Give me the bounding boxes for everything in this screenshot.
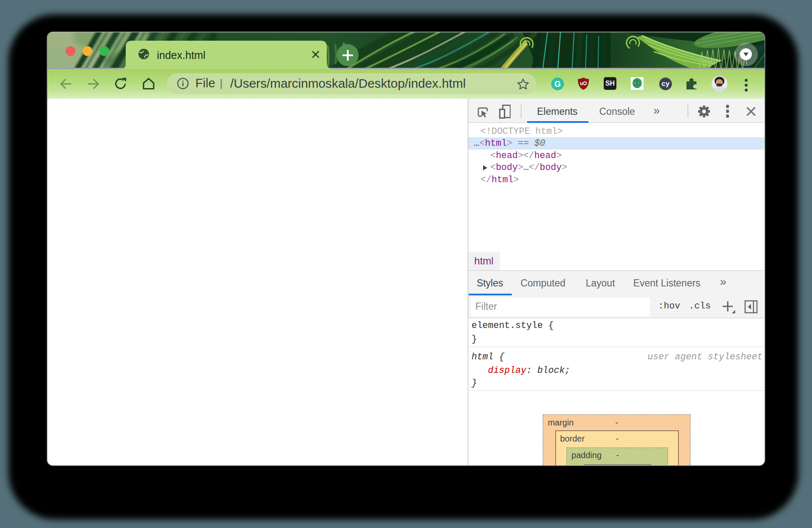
svg-text:uO: uO [580, 81, 587, 86]
